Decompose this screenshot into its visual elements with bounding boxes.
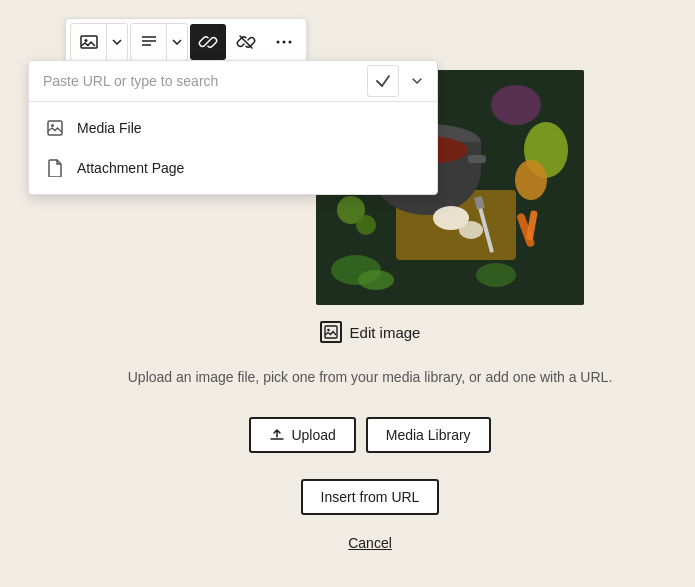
insert-from-url-label: Insert from URL [321,489,420,505]
svg-rect-38 [325,326,337,338]
unlink-button[interactable] [228,24,264,60]
svg-point-36 [491,85,541,125]
option-attachment-page[interactable]: Attachment Page [29,148,437,188]
block-toolbar [65,18,307,66]
edit-image-icon [320,321,342,343]
edit-image-label: Edit image [320,321,421,343]
image-size-button[interactable] [71,24,107,60]
media-library-button[interactable]: Media Library [366,417,491,453]
upload-label: Upload [291,427,335,443]
svg-point-24 [515,160,547,200]
url-panel: Media File Attachment Page [28,60,438,195]
option-media-file[interactable]: Media File [29,108,437,148]
svg-point-39 [327,329,330,332]
cancel-link[interactable]: Cancel [348,535,392,551]
url-chevron-button[interactable] [401,65,433,97]
svg-rect-18 [468,155,486,163]
svg-point-32 [358,270,394,290]
edit-image-description: Upload an image file, pick one from your… [128,369,613,385]
option-media-file-label: Media File [77,120,142,136]
svg-point-22 [356,215,376,235]
svg-point-33 [476,263,516,287]
svg-point-7 [283,41,286,44]
url-submit-button[interactable] [367,65,399,97]
svg-point-8 [289,41,292,44]
option-attachment-page-label: Attachment Page [77,160,184,176]
svg-point-28 [459,221,483,239]
more-options-button[interactable] [266,24,302,60]
image-size-group [70,23,128,61]
upload-button[interactable]: Upload [249,417,355,453]
edit-image-text: Edit image [350,324,421,341]
document-icon [45,158,65,178]
image-file-icon [45,118,65,138]
url-input-row [29,61,437,102]
svg-rect-9 [48,121,62,135]
alignment-dropdown-button[interactable] [167,24,187,60]
action-buttons-row: Upload Media Library [249,417,490,453]
editor-container: Media File Attachment Page [0,0,695,587]
url-input[interactable] [29,61,367,101]
media-library-label: Media Library [386,427,471,443]
insert-from-url-button[interactable]: Insert from URL [301,479,440,515]
alignment-button[interactable] [131,24,167,60]
link-button[interactable] [190,24,226,60]
svg-point-6 [277,41,280,44]
svg-point-10 [51,124,54,127]
alignment-group [130,23,188,61]
svg-point-1 [84,39,87,42]
url-input-actions [367,65,437,97]
url-options: Media File Attachment Page [29,102,437,194]
image-size-dropdown-button[interactable] [107,24,127,60]
